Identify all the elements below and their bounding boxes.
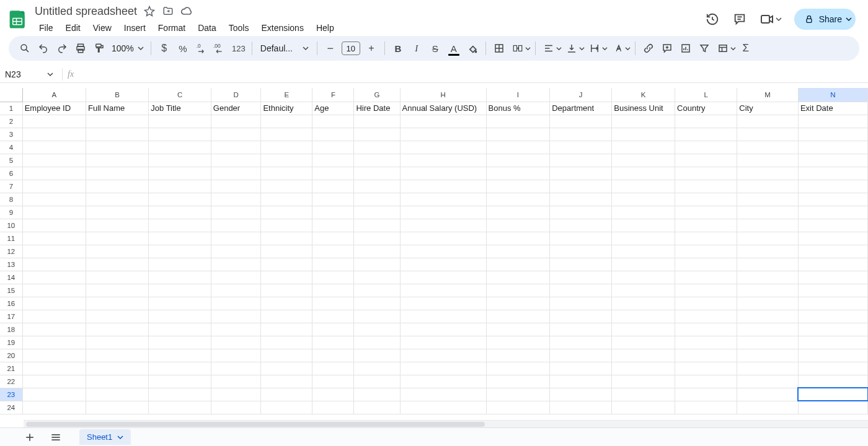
cell-A11[interactable]: [22, 232, 86, 245]
cell-B14[interactable]: [86, 271, 149, 284]
cell-H19[interactable]: [400, 336, 486, 349]
cell-H3[interactable]: [400, 128, 486, 141]
cell-D7[interactable]: [211, 180, 261, 193]
cell-E22[interactable]: [261, 375, 312, 388]
cell-L6[interactable]: [675, 167, 737, 180]
cell-H18[interactable]: [400, 323, 486, 336]
cell-I17[interactable]: [486, 310, 550, 323]
cell-M2[interactable]: [737, 115, 799, 128]
cell-C19[interactable]: [149, 336, 211, 349]
cell-D12[interactable]: [211, 245, 261, 258]
cell-G16[interactable]: [354, 297, 400, 310]
text-rotation-button[interactable]: A: [609, 40, 631, 57]
cell-F16[interactable]: [312, 297, 354, 310]
cell-D11[interactable]: [211, 232, 261, 245]
column-header-H[interactable]: H: [400, 88, 486, 102]
cell-B5[interactable]: [86, 154, 149, 167]
cell-B12[interactable]: [86, 245, 149, 258]
cell-N17[interactable]: [798, 310, 867, 323]
cell-F21[interactable]: [312, 362, 354, 375]
cell-C6[interactable]: [149, 167, 211, 180]
cell-K8[interactable]: [612, 193, 675, 206]
row-header-8[interactable]: 8: [0, 193, 22, 206]
cell-H14[interactable]: [400, 271, 486, 284]
cell-H7[interactable]: [400, 180, 486, 193]
cell-F10[interactable]: [312, 219, 354, 232]
row-header-23[interactable]: 23: [0, 388, 22, 401]
row-header-17[interactable]: 17: [0, 310, 22, 323]
cell-F3[interactable]: [312, 128, 354, 141]
cell-D6[interactable]: [211, 167, 261, 180]
row-header-2[interactable]: 2: [0, 115, 22, 128]
cell-G21[interactable]: [354, 362, 400, 375]
cell-F20[interactable]: [312, 349, 354, 362]
row-header-7[interactable]: 7: [0, 180, 22, 193]
cell-G3[interactable]: [354, 128, 400, 141]
cell-C24[interactable]: [149, 401, 211, 414]
cell-I21[interactable]: [486, 362, 550, 375]
cell-B15[interactable]: [86, 284, 149, 297]
cell-K14[interactable]: [612, 271, 675, 284]
cell-G5[interactable]: [354, 154, 400, 167]
cell-G14[interactable]: [354, 271, 400, 284]
cell-K3[interactable]: [612, 128, 675, 141]
cell-B19[interactable]: [86, 336, 149, 349]
row-header-18[interactable]: 18: [0, 323, 22, 336]
insert-comment-icon[interactable]: [658, 40, 676, 57]
cell-D22[interactable]: [211, 375, 261, 388]
cell-C16[interactable]: [149, 297, 211, 310]
cell-K24[interactable]: [612, 401, 675, 414]
cell-E3[interactable]: [261, 128, 312, 141]
menu-format[interactable]: Format: [153, 22, 191, 34]
cell-M5[interactable]: [737, 154, 799, 167]
menu-help[interactable]: Help: [311, 22, 340, 34]
cell-H5[interactable]: [400, 154, 486, 167]
cell-A12[interactable]: [22, 245, 86, 258]
column-header-G[interactable]: G: [354, 88, 400, 102]
cell-L4[interactable]: [675, 141, 737, 154]
cell-L8[interactable]: [675, 193, 737, 206]
cell-C3[interactable]: [149, 128, 211, 141]
cell-D1[interactable]: Gender: [211, 102, 261, 115]
cell-C18[interactable]: [149, 323, 211, 336]
cell-J12[interactable]: [550, 245, 612, 258]
cell-L13[interactable]: [675, 258, 737, 271]
cell-N6[interactable]: [798, 167, 867, 180]
cell-D4[interactable]: [211, 141, 261, 154]
cell-C23[interactable]: [149, 388, 211, 401]
cell-D20[interactable]: [211, 349, 261, 362]
cell-L12[interactable]: [675, 245, 737, 258]
cell-K12[interactable]: [612, 245, 675, 258]
cell-F19[interactable]: [312, 336, 354, 349]
cell-G18[interactable]: [354, 323, 400, 336]
cell-C10[interactable]: [149, 219, 211, 232]
cell-B8[interactable]: [86, 193, 149, 206]
cell-I20[interactable]: [486, 349, 550, 362]
cell-E4[interactable]: [261, 141, 312, 154]
cell-J19[interactable]: [550, 336, 612, 349]
fill-color-icon[interactable]: [464, 40, 481, 57]
cell-K21[interactable]: [612, 362, 675, 375]
cell-N2[interactable]: [798, 115, 867, 128]
strikethrough-icon[interactable]: S: [427, 40, 444, 57]
cell-F23[interactable]: [312, 388, 354, 401]
cell-A22[interactable]: [22, 375, 86, 388]
cell-M23[interactable]: [737, 388, 799, 401]
cell-N1[interactable]: Exit Date: [798, 102, 867, 115]
row-header-15[interactable]: 15: [0, 284, 22, 297]
cell-B2[interactable]: [86, 115, 149, 128]
cell-G20[interactable]: [354, 349, 400, 362]
cell-H1[interactable]: Annual Salary (USD): [400, 102, 486, 115]
cell-J11[interactable]: [550, 232, 612, 245]
cell-L11[interactable]: [675, 232, 737, 245]
cell-E18[interactable]: [261, 323, 312, 336]
cell-E24[interactable]: [261, 401, 312, 414]
column-header-I[interactable]: I: [486, 88, 550, 102]
cell-E12[interactable]: [261, 245, 312, 258]
cell-C12[interactable]: [149, 245, 211, 258]
cell-D3[interactable]: [211, 128, 261, 141]
cell-D21[interactable]: [211, 362, 261, 375]
cell-I8[interactable]: [486, 193, 550, 206]
cell-K20[interactable]: [612, 349, 675, 362]
cell-N19[interactable]: [798, 336, 867, 349]
